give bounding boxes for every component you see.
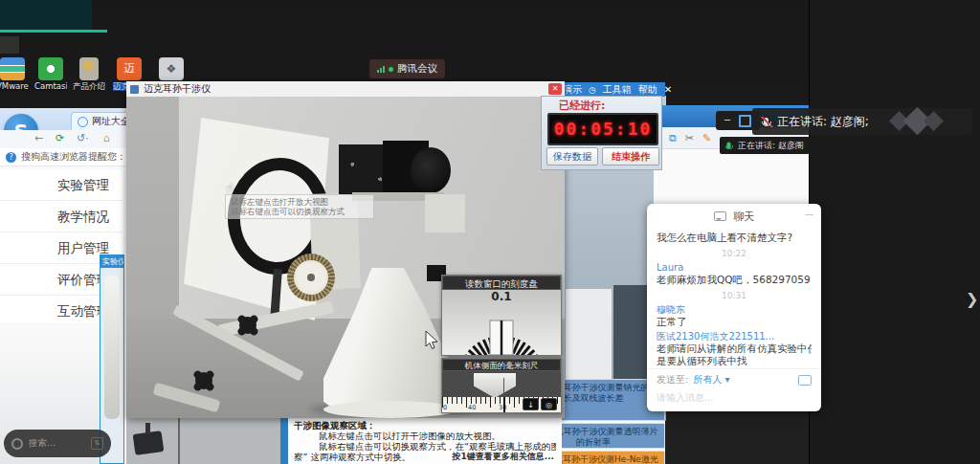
speaking-small-text: 正在讲话: 赵彦阁 [738, 140, 804, 152]
desktop-icon-label: 产品介绍 [73, 82, 105, 91]
end-operation-button[interactable]: 结束操作 [602, 147, 659, 166]
side-window-content [104, 276, 120, 419]
menu-demo[interactable]: 演示 [563, 83, 582, 97]
maike-app-icon: 迈 [117, 57, 142, 80]
search-shortcut-box: ⇅ [91, 437, 103, 450]
vmware-icon [0, 57, 25, 80]
search-hint: 搜索... [29, 437, 85, 450]
sim-window: 迈克耳孙干涉仪 ✕ [126, 81, 565, 418]
menu-toolbox[interactable]: 工具箱 [603, 83, 632, 97]
ruler-index-line [503, 397, 505, 412]
instruction-line1: 干涉图像观察区域： [294, 420, 556, 431]
menubar-close-button[interactable]: ✕ [664, 84, 672, 95]
ruler-scale: 0 40 30 ↓ ◎ [442, 397, 561, 412]
share-border-line [92, 30, 107, 33]
editor-content [654, 149, 809, 210]
tooltip-line2: 鼠标右键点击可以切换观察方式 [231, 207, 368, 216]
chat-message: 老师请问从讲解的所有仿真实验中任何做一个就 [657, 342, 812, 355]
desktop-icon-label: VMware Workstati... [0, 82, 29, 91]
desktop-icon-product-intro[interactable]: 产品介绍 [73, 57, 105, 91]
desktop-icon-simulator[interactable]: ❖ [155, 57, 188, 80]
desktop-icon-camtasia[interactable]: CamtasiaS... [34, 57, 67, 91]
chat-timestamp: 10:31 [657, 290, 812, 301]
dial-value: 0.1 [442, 290, 561, 303]
back-icon[interactable]: ← [34, 132, 43, 144]
chat-message: 老师麻烦加我QQ吧，568297059 [657, 274, 812, 286]
cut-icon[interactable]: ✂ [685, 132, 694, 144]
sim-titlebar[interactable]: 迈克耳孙干涉仪 ✕ [126, 81, 565, 98]
speaking-banner-large: 正在讲话: 赵彦阁; [752, 108, 972, 135]
instruction-more: 按1键查看更多相关信息... [452, 451, 554, 463]
ruler-pointer-housing [474, 373, 516, 398]
chat-sender: Laura [657, 261, 812, 274]
stand-knob-lower[interactable] [195, 372, 212, 389]
chat-message: 正常了 [657, 316, 812, 328]
machine-base-rim [323, 401, 457, 418]
chat-footer: 发送至: 所有人 ▾ [647, 368, 821, 387]
clock-icon: ◷ [589, 85, 596, 95]
drum-axle [307, 274, 315, 281]
speaking-banner-text: 正在讲话: 赵彦阁; [777, 114, 869, 130]
ruler-panel-title: 机体侧面的毫米刻尺 [442, 359, 561, 371]
meeting-sidebar: 赵彦阁的屏幕共享 何巍巍 [809, 0, 980, 464]
minimize-button[interactable]: ─ [724, 116, 730, 125]
sidebar-item-experiment-mgmt[interactable]: 实验管理 [0, 169, 122, 201]
chat-header: 聊天 — [657, 210, 812, 224]
ruler-tick-label: 0 [443, 404, 447, 411]
home-icon[interactable]: ⌂ [103, 132, 110, 144]
refresh-icon[interactable]: ⟳ [56, 132, 64, 144]
restore-button[interactable] [739, 115, 751, 127]
undo-icon[interactable]: ↺· [77, 132, 89, 144]
chat-input[interactable]: 请输入消息... [657, 391, 714, 405]
dial-panel: 读数窗口的刻度盘 0.1 [441, 275, 562, 356]
timer-status-label: 已经进行: [542, 97, 661, 113]
chevron-right-icon[interactable]: ❯ [966, 290, 978, 308]
stand-knob-upper[interactable] [239, 317, 256, 334]
optics-cylinder[interactable] [411, 147, 451, 193]
signal-bars-icon [377, 66, 385, 73]
paste-icon[interactable]: ⧉ [669, 132, 677, 144]
camera-icon-button[interactable]: ◎ [541, 398, 557, 410]
chat-minimize-button[interactable]: — [805, 210, 813, 219]
meeting-pill-label: 腾讯会议 [397, 62, 437, 76]
screenshot-root: VMware Workstati... CamtasiaS... 产品介绍 迈 … [0, 0, 980, 464]
sidebar-item-teaching-status[interactable]: 教学情况 [0, 201, 122, 232]
micrometer-drum[interactable] [287, 254, 335, 301]
chat-icon [714, 211, 726, 221]
dial-ticks [442, 303, 561, 355]
sim-viewport[interactable]: ☝ 鼠标左键点击打开放大视图 鼠标右键点击可以切换观察方式 读数窗口的刻度盘 0… [126, 97, 565, 418]
search-icon [11, 438, 23, 450]
globe-icon [78, 117, 88, 127]
timer-dialog: 已经进行: 00:05:10 保存数据 结束操作 [541, 96, 662, 170]
chat-message: 我怎么在电脑上看不清楚文字? [657, 232, 812, 244]
desktop-icon-label: CamtasiaS... [34, 82, 67, 91]
side-window-titlebar: 实验仪 [100, 255, 123, 268]
desktop-icon-vmware[interactable]: VMware Workstati... [0, 57, 29, 91]
mouse-cursor [425, 330, 440, 351]
chat-sender: 穆晓东 [657, 303, 812, 316]
taskbar-search-pill[interactable]: 搜索... ⇅ [4, 430, 111, 457]
meeting-floating-pill[interactable]: 腾讯会议 [369, 59, 445, 78]
product-intro-icon [79, 57, 99, 80]
chat-panel: 聊天 — 我怎么在电脑上看不清楚文字? 10:22 Laura 老师麻烦加我QQ… [647, 204, 821, 411]
send-to-selector[interactable]: 所有人 ▾ [693, 373, 729, 387]
logo-diamond-icon [924, 111, 944, 131]
ruler-pointer-needle [503, 378, 504, 399]
dial-panel-title: 读数窗口的刻度盘 [442, 276, 561, 290]
save-data-button[interactable]: 保存数据 [546, 147, 598, 166]
menu-help[interactable]: 帮助 [638, 83, 657, 97]
chat-timestamp: 10:22 [657, 248, 812, 259]
download-icon-button[interactable]: ↓ [523, 398, 539, 410]
send-to-label: 发送至: [657, 373, 688, 387]
sim-close-button[interactable]: ✕ [548, 83, 562, 95]
notice-shield-icon: ? [6, 152, 16, 163]
brush-icon[interactable]: ✎ [702, 132, 711, 144]
folder-icon[interactable] [798, 375, 812, 386]
equipment-stem [145, 423, 150, 434]
taskbar-fragment [0, 36, 19, 54]
chat-message: 是要从循环列表中找 [657, 355, 812, 367]
timer-led-display: 00:05:10 [547, 113, 658, 145]
notice-text: 搜狗高速浏览器提醒您：记住此 [21, 150, 132, 164]
chat-sender: 医试2130何浩文221511... [657, 330, 812, 342]
ruler-tick-label: 40 [468, 404, 476, 411]
